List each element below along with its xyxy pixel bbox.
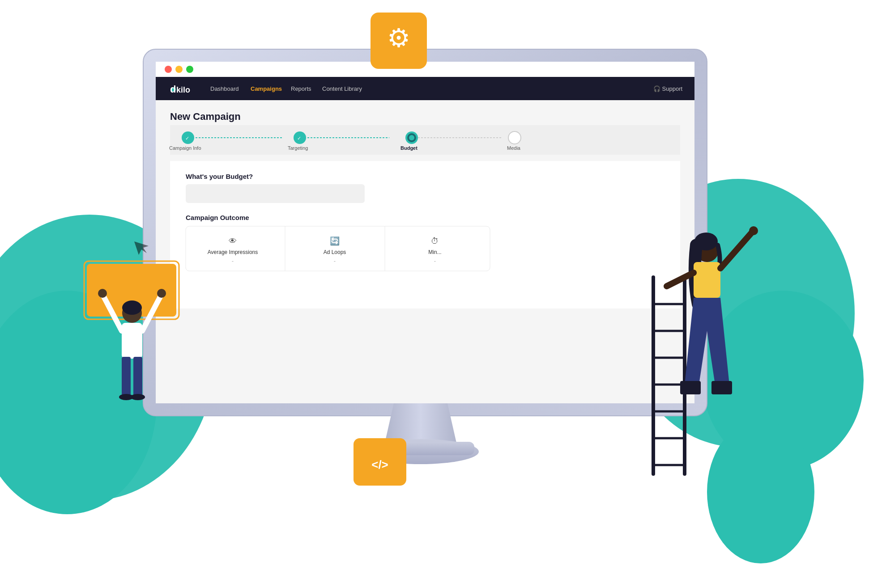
svg-rect-27 [170, 125, 680, 155]
svg-rect-6 [156, 62, 694, 403]
svg-text:Min...: Min... [428, 249, 441, 255]
svg-text:Targeting: Targeting [288, 145, 308, 151]
svg-marker-93 [134, 241, 149, 255]
svg-text:✓: ✓ [297, 135, 301, 141]
svg-rect-11 [156, 62, 694, 77]
svg-line-69 [142, 295, 161, 331]
svg-point-85 [695, 239, 719, 262]
svg-point-17 [171, 87, 176, 92]
svg-line-90 [667, 273, 694, 286]
svg-text:Average Impressions: Average Impressions [208, 249, 258, 255]
svg-point-8 [362, 439, 479, 464]
svg-rect-25 [156, 100, 694, 403]
svg-text:✓: ✓ [185, 135, 189, 141]
svg-point-74 [119, 394, 133, 400]
svg-rect-92 [711, 381, 732, 394]
svg-text:👁: 👁 [229, 237, 237, 245]
svg-rect-59 [371, 13, 427, 69]
svg-point-41 [508, 131, 521, 144]
svg-rect-43 [170, 161, 680, 309]
svg-text:Campaign Info: Campaign Info [169, 145, 201, 151]
svg-point-38 [407, 133, 416, 142]
svg-rect-47 [186, 226, 490, 271]
svg-rect-9 [367, 442, 474, 455]
svg-point-0 [0, 215, 215, 501]
svg-rect-5 [143, 49, 707, 416]
svg-rect-72 [122, 357, 131, 397]
svg-text:Dashboard: Dashboard [210, 85, 239, 92]
svg-rect-45 [186, 184, 365, 203]
svg-text:d: d [170, 84, 176, 95]
svg-text:⏱: ⏱ [431, 237, 439, 245]
svg-text:Campaigns: Campaigns [251, 85, 282, 92]
svg-point-31 [182, 131, 194, 144]
svg-line-68 [103, 295, 122, 331]
svg-text:Content Library: Content Library [322, 85, 362, 92]
svg-point-75 [131, 394, 145, 400]
svg-point-4 [707, 420, 814, 563]
svg-rect-61 [354, 438, 406, 486]
svg-text:Ad Loops: Ad Loops [324, 249, 346, 255]
svg-line-88 [720, 233, 752, 268]
svg-rect-12 [156, 69, 694, 77]
svg-rect-91 [680, 381, 701, 394]
svg-point-34 [294, 131, 306, 144]
svg-rect-67 [122, 323, 142, 359]
svg-point-39 [409, 135, 414, 140]
svg-text:⚙: ⚙ [387, 23, 410, 52]
svg-rect-10 [156, 62, 694, 77]
svg-text:Media: Media [507, 145, 521, 151]
svg-point-70 [98, 289, 107, 298]
svg-text:🎧 Support: 🎧 Support [653, 85, 683, 93]
svg-rect-87 [694, 262, 720, 298]
svg-text:Budget: Budget [400, 145, 417, 151]
svg-point-66 [122, 300, 142, 315]
svg-text:Campaign Outcome: Campaign Outcome [186, 214, 249, 221]
svg-point-3 [703, 291, 864, 470]
svg-point-13 [165, 66, 172, 73]
svg-point-37 [405, 131, 418, 144]
svg-text:Reports: Reports [291, 85, 311, 92]
svg-point-1 [0, 291, 157, 514]
svg-rect-64 [84, 261, 179, 319]
svg-text:-: - [434, 258, 436, 264]
svg-rect-73 [133, 357, 142, 397]
svg-rect-16 [156, 77, 694, 100]
svg-point-71 [157, 289, 166, 298]
svg-marker-7 [385, 403, 456, 443]
svg-point-2 [622, 179, 855, 447]
svg-point-86 [694, 233, 718, 250]
svg-text:What's your Budget?: What's your Budget? [186, 173, 253, 180]
svg-point-14 [175, 66, 183, 73]
svg-point-89 [749, 226, 758, 235]
svg-point-15 [186, 66, 193, 73]
svg-text:</>: </> [371, 458, 388, 471]
svg-point-65 [122, 303, 142, 323]
svg-text:-: - [232, 258, 234, 264]
svg-text:🔄: 🔄 [330, 236, 340, 246]
svg-text:kilo: kilo [176, 85, 190, 94]
svg-text:-: - [334, 258, 336, 264]
svg-text:New Campaign: New Campaign [170, 111, 241, 122]
svg-rect-63 [87, 264, 176, 317]
